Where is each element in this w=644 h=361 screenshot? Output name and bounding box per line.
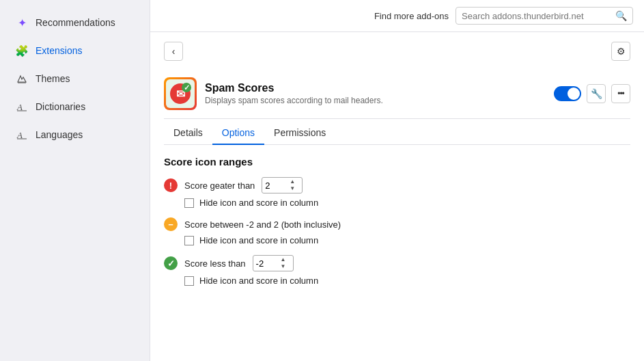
sidebar-item-label: Recommendations	[36, 17, 115, 28]
score-greater-label: Score geater than	[184, 180, 255, 191]
header-bar: Find more add-ons 🔍	[150, 0, 644, 32]
hide-row-green: Hide icon and score in column	[184, 276, 630, 286]
indicator-yellow: −	[164, 217, 178, 231]
main-content: Find more add-ons 🔍 ‹ ⚙ ✉	[150, 0, 644, 361]
sidebar-item-themes[interactable]: Themes	[4, 65, 145, 92]
themes-icon	[15, 72, 29, 85]
sidebar-item-extensions[interactable]: 🧩 Extensions	[4, 37, 145, 64]
sidebar-item-label: Extensions	[36, 45, 82, 56]
content-area: ‹ ⚙ ✉ ✓ Spam Scores Displays spam score	[150, 32, 644, 305]
tab-options[interactable]: Options	[212, 122, 264, 145]
search-box: 🔍	[456, 7, 633, 25]
extension-controls: 🔧 •••	[554, 84, 630, 103]
gear-icon: ⚙	[617, 46, 626, 57]
score-row-green: ✓ Score less than ▲ ▼	[164, 255, 630, 271]
score-row-red: ! Score geater than ▲ ▼	[164, 177, 630, 193]
sidebar-item-label: Languages	[36, 129, 83, 140]
extension-icon: ✉ ✓	[164, 77, 197, 110]
extension-header: ✉ ✓ Spam Scores Displays spam scores acc…	[164, 70, 630, 119]
hide-label-yellow: Hide icon and score in column	[199, 235, 318, 245]
tab-permissions[interactable]: Permissions	[264, 122, 335, 145]
extension-title-area: Spam Scores Displays spam scores accordi…	[205, 82, 554, 105]
sidebar-item-dictionaries[interactable]: A Dictionaries	[4, 93, 145, 120]
spinbox-down-arrow[interactable]: ▼	[290, 185, 295, 192]
hide-checkbox-yellow[interactable]	[184, 236, 194, 245]
sidebar-item-label: Dictionaries	[36, 101, 85, 112]
spinbox-green[interactable]: ▲ ▼	[253, 255, 294, 271]
spinbox-up-arrow[interactable]: ▲	[290, 178, 295, 185]
hide-label-green: Hide icon and score in column	[199, 276, 318, 286]
indicator-green: ✓	[164, 256, 178, 270]
languages-icon: A	[15, 128, 29, 142]
sidebar-item-label: Themes	[36, 73, 70, 84]
hide-label-red: Hide icon and score in column	[199, 198, 318, 208]
spinbox-red-arrows: ▲ ▼	[290, 178, 295, 191]
nav-row: ‹ ⚙	[164, 42, 630, 61]
more-button[interactable]: •••	[611, 84, 630, 103]
score-row-yellow: − Score between -2 and 2 (both inclusive…	[164, 217, 630, 231]
gear-button[interactable]: ⚙	[611, 42, 630, 61]
sidebar-item-languages[interactable]: A Languages	[4, 121, 145, 148]
score-section: Score icon ranges ! Score geater than ▲ …	[164, 156, 630, 286]
spinbox-down-arrow-green[interactable]: ▼	[281, 263, 286, 270]
hide-checkbox-green[interactable]	[184, 276, 194, 286]
score-between-label: Score between -2 and 2 (both inclusive)	[184, 219, 341, 230]
sidebar: ✦ Recommendations 🧩 Extensions Themes A …	[0, 0, 150, 361]
svg-text:✓: ✓	[184, 83, 190, 92]
spinbox-green-input[interactable]	[256, 258, 281, 269]
back-button[interactable]: ‹	[164, 42, 183, 61]
tab-details[interactable]: Details	[164, 122, 212, 145]
wrench-button[interactable]: 🔧	[587, 84, 606, 103]
search-input[interactable]	[462, 11, 611, 21]
hide-checkbox-red[interactable]	[184, 198, 194, 208]
find-more-label: Find more add-ons	[374, 11, 449, 21]
spinbox-red-input[interactable]	[265, 180, 290, 191]
back-icon: ‹	[172, 46, 176, 57]
hide-row-red: Hide icon and score in column	[184, 198, 630, 208]
extension-description: Displays spam scores according to mail h…	[205, 96, 554, 105]
sidebar-item-recommendations[interactable]: ✦ Recommendations	[4, 9, 145, 36]
recommendations-icon: ✦	[15, 16, 29, 29]
spinbox-up-arrow-green[interactable]: ▲	[281, 256, 286, 263]
search-icon[interactable]: 🔍	[615, 10, 627, 21]
tabs: Details Options Permissions	[164, 122, 630, 145]
extension-title: Spam Scores	[205, 82, 554, 94]
score-less-label: Score less than	[184, 258, 246, 269]
spinbox-red[interactable]: ▲ ▼	[262, 177, 303, 193]
dictionaries-icon: A	[15, 100, 29, 113]
spinbox-green-arrows: ▲ ▼	[281, 256, 286, 269]
extension-toggle[interactable]	[554, 86, 581, 101]
wrench-icon: 🔧	[591, 88, 602, 99]
hide-row-yellow: Hide icon and score in column	[184, 235, 630, 245]
indicator-red: !	[164, 178, 178, 192]
extensions-icon: 🧩	[15, 44, 29, 57]
section-title: Score icon ranges	[164, 156, 630, 168]
more-icon: •••	[617, 89, 624, 98]
